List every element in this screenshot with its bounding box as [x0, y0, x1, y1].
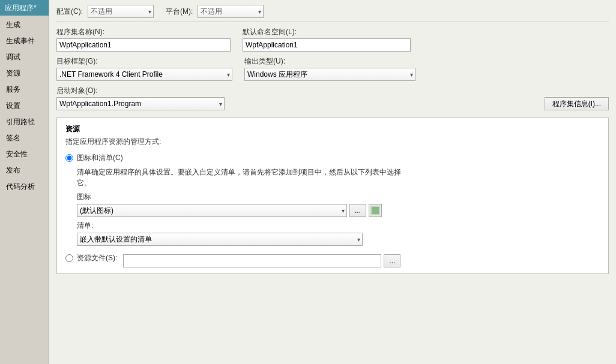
radio-label-resource-file: 资源文件(S): — [77, 253, 117, 263]
platform-label: 平台(M): — [166, 7, 193, 17]
svg-rect-1 — [372, 207, 379, 214]
startup-object-dropdown[interactable]: WpfApplication1.Program (未设置) — [56, 97, 225, 110]
platform-dropdown[interactable]: 不适用 — [198, 5, 264, 18]
manifest-section: 清单: 嵌入带默认设置的清单 不嵌入清单 — [77, 221, 413, 246]
startup-object-label: 启动对象(O): — [56, 86, 225, 96]
assembly-info-button[interactable]: 程序集信息(I)... — [545, 97, 609, 110]
radio-description-icon-manifest: 清单确定应用程序的具体设置。要嵌入自定义清单，请首先将它添加到项目中，然后从以下… — [77, 167, 413, 188]
assembly-info-container: 程序集信息(I)... — [545, 97, 609, 110]
resources-title: 资源 — [65, 124, 600, 134]
sidebar-item-settings[interactable]: 设置 — [0, 98, 49, 114]
sidebar-item-generate[interactable]: 生成 — [0, 17, 49, 33]
sidebar-item-debug[interactable]: 调试 — [0, 49, 49, 65]
sidebar-item-references[interactable]: 引用路径 — [0, 114, 49, 130]
icon-section: 图标 (默认图标) ... — [77, 192, 413, 217]
top-bar: 配置(C): 不适用 平台(M): 不适用 — [56, 5, 609, 22]
manifest-dropdown-wrapper: 嵌入带默认设置的清单 不嵌入清单 — [77, 233, 363, 246]
icon-browse-button[interactable]: ... — [349, 204, 366, 217]
output-type-dropdown-wrapper: Windows 应用程序 控制台应用程序 类库 — [244, 68, 415, 81]
icon-dropdown[interactable]: (默认图标) — [77, 204, 347, 217]
target-framework-dropdown[interactable]: .NET Framework 4 Client Profile .NET Fra… — [56, 68, 232, 81]
assembly-name-label: 程序集名称(N): — [56, 27, 231, 37]
manifest-dropdown[interactable]: 嵌入带默认设置的清单 不嵌入清单 — [77, 233, 363, 246]
row-startup: 启动对象(O): WpfApplication1.Program (未设置) 程… — [56, 86, 609, 110]
resources-box: 资源 指定应用程序资源的管理方式: 图标和清单(C) 清单确定应用程序的具体设置… — [56, 118, 609, 274]
default-namespace-group: 默认命名空间(L): — [243, 27, 411, 52]
icon-row: (默认图标) ... — [77, 204, 413, 217]
radio-item-resource-file: 资源文件(S): ... — [65, 253, 600, 267]
icon-preview-image — [370, 206, 380, 215]
radio-content-icon-manifest: 图标和清单(C) 清单确定应用程序的具体设置。要嵌入自定义清单，请首先将它添加到… — [77, 153, 413, 246]
radio-group: 图标和清单(C) 清单确定应用程序的具体设置。要嵌入自定义清单，请首先将它添加到… — [65, 153, 600, 267]
row-framework: 目标框架(G): .NET Framework 4 Client Profile… — [56, 56, 609, 81]
platform-dropdown-wrapper: 不适用 — [198, 5, 264, 18]
target-framework-dropdown-wrapper: .NET Framework 4 Client Profile .NET Fra… — [56, 68, 232, 81]
resource-file-input[interactable] — [123, 254, 381, 267]
icon-dropdown-wrapper: (默认图标) — [77, 204, 347, 217]
sidebar-items: 生成 生成事件 调试 资源 服务 设置 引用路径 签名 安全性 发布 代码分析 — [0, 17, 49, 195]
target-framework-group: 目标框架(G): .NET Framework 4 Client Profile… — [56, 56, 232, 81]
output-type-dropdown[interactable]: Windows 应用程序 控制台应用程序 类库 — [244, 68, 415, 81]
default-namespace-input[interactable] — [243, 38, 411, 52]
sidebar-item-generate-events[interactable]: 生成事件 — [0, 33, 49, 49]
sidebar-item-sign[interactable]: 签名 — [0, 130, 49, 146]
config-label: 配置(C): — [56, 7, 83, 17]
form-section: 程序集名称(N): 默认命名空间(L): 目标框架(G): .NET Frame… — [56, 27, 609, 274]
radio-icon-manifest[interactable] — [65, 154, 73, 162]
resources-subtitle: 指定应用程序资源的管理方式: — [65, 137, 600, 147]
target-framework-label: 目标框架(G): — [56, 56, 232, 67]
config-dropdown-wrapper: 不适用 — [88, 5, 154, 18]
content-area: 配置(C): 不适用 平台(M): 不适用 程序集名称(N): — [49, 0, 616, 364]
manifest-row: 嵌入带默认设置的清单 不嵌入清单 — [77, 233, 413, 246]
radio-label-icon-manifest: 图标和清单(C) — [77, 153, 413, 163]
row-names: 程序集名称(N): 默认命名空间(L): — [56, 27, 609, 52]
startup-object-group: 启动对象(O): WpfApplication1.Program (未设置) — [56, 86, 225, 110]
resource-file-browse-button[interactable]: ... — [384, 254, 400, 267]
sidebar-item-code-analysis[interactable]: 代码分析 — [0, 179, 49, 195]
radio-item-icon-manifest: 图标和清单(C) 清单确定应用程序的具体设置。要嵌入自定义清单，请首先将它添加到… — [65, 153, 600, 246]
radio-resource-file[interactable] — [65, 254, 73, 262]
manifest-label: 清单: — [77, 221, 413, 231]
output-type-label: 输出类型(U): — [244, 56, 415, 67]
sidebar-item-services[interactable]: 服务 — [0, 82, 49, 98]
resource-file-row: ... — [123, 254, 400, 267]
sidebar-item-publish[interactable]: 发布 — [0, 163, 49, 179]
sidebar: 应用程序* 生成 生成事件 调试 资源 服务 设置 引用路径 签名 安全性 发布… — [0, 0, 49, 364]
config-dropdown[interactable]: 不适用 — [88, 5, 154, 18]
sidebar-item-security[interactable]: 安全性 — [0, 146, 49, 163]
assembly-name-input[interactable] — [56, 38, 231, 52]
icon-preview-button[interactable] — [369, 204, 382, 217]
output-type-group: 输出类型(U): Windows 应用程序 控制台应用程序 类库 — [244, 56, 415, 81]
sidebar-item-resources[interactable]: 资源 — [0, 65, 49, 82]
startup-object-dropdown-wrapper: WpfApplication1.Program (未设置) — [56, 97, 225, 110]
assembly-name-group: 程序集名称(N): — [56, 27, 231, 52]
icon-label: 图标 — [77, 192, 413, 202]
default-namespace-label: 默认命名空间(L): — [243, 27, 411, 37]
sidebar-title: 应用程序* — [0, 0, 49, 16]
